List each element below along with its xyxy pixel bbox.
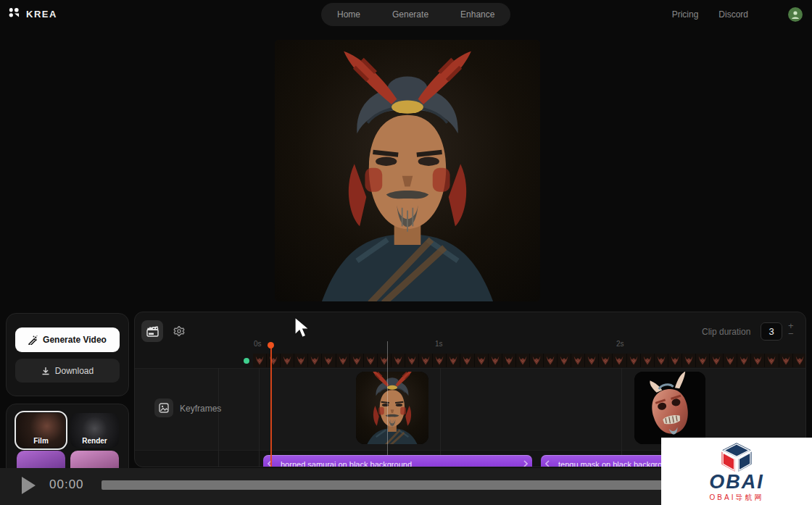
watermark-title: OBAI: [709, 472, 764, 491]
filmstrip-frame: [627, 354, 641, 367]
clip-mode-button[interactable]: [141, 320, 163, 342]
filmstrip-frame: [516, 354, 530, 367]
watermark-subtitle: OBAI导航网: [710, 493, 764, 503]
filmstrip-frame: [460, 354, 474, 367]
grid-line: [440, 368, 441, 467]
download-icon: [41, 367, 50, 375]
prompt-clip-2-text: tengu mask on black background: [541, 460, 675, 467]
filmstrip-frame: [696, 354, 710, 367]
filmstrip-frame: [253, 354, 267, 367]
keyframes-icon-button[interactable]: [154, 398, 173, 417]
filmstrip-frame: [405, 354, 419, 367]
keyframe-thumb-samurai[interactable]: [356, 372, 428, 444]
filmstrip-frame: [544, 354, 558, 367]
style-thumb-film[interactable]: Film: [17, 413, 65, 448]
grid-line: [621, 368, 622, 467]
prompt-clip-1[interactable]: horned samurai on black background: [263, 455, 532, 467]
download-button[interactable]: Download: [15, 359, 120, 383]
filmstrip-frame: [765, 354, 779, 367]
main-nav: Home Generate Enhance: [321, 3, 510, 26]
playback-time: 00:00: [49, 477, 84, 492]
top-bar: KREA Home Generate Enhance Pricing Disco…: [0, 0, 812, 29]
filmstrip-frame: [793, 354, 806, 367]
filmstrip-frame: [585, 354, 599, 367]
wand-icon: [28, 335, 38, 345]
filmstrip-frame: [530, 354, 544, 367]
style-thumb-render[interactable]: Render: [70, 413, 119, 448]
ruler-0s: 0s: [254, 340, 262, 348]
filmstrip-frame: [336, 354, 350, 367]
player-play-button[interactable]: [20, 476, 36, 497]
brand[interactable]: KREA: [9, 7, 57, 21]
filmstrip-frame: [599, 354, 613, 367]
filmstrip-frame: [779, 354, 793, 367]
clip-duration-input[interactable]: 3: [761, 322, 782, 341]
krea-logo-icon: [9, 7, 20, 21]
generate-video-label: Generate Video: [43, 335, 107, 345]
filmstrip-frame: [378, 354, 392, 367]
grid-line: [259, 368, 260, 467]
clip-duration-stepper: + −: [785, 322, 797, 338]
filmstrip-frame: [392, 354, 405, 367]
keyframes-label: Keyframes: [180, 404, 221, 414]
user-icon: [790, 9, 800, 20]
user-avatar[interactable]: [788, 7, 803, 22]
clapperboard-icon: [146, 326, 159, 337]
top-links: Pricing Discord: [672, 0, 748, 29]
preview-image-horned-samurai: [275, 40, 540, 301]
filmstrip-frame: [655, 354, 668, 367]
filmstrip-frame: [724, 354, 737, 367]
clip-trim-left-icon[interactable]: [545, 460, 550, 467]
ruler-1s: 1s: [435, 340, 443, 348]
filmstrip-frame: [322, 354, 336, 367]
grid-line: [135, 368, 806, 369]
filmstrip-frame: [364, 354, 378, 367]
pricing-link[interactable]: Pricing: [672, 9, 699, 20]
image-icon: [159, 403, 169, 413]
filmstrip-frame: [613, 354, 626, 367]
hover-scrub-line: [387, 341, 388, 467]
grid-line: [218, 368, 219, 467]
style-label-film: Film: [17, 437, 65, 445]
filmstrip-frame: [571, 354, 585, 367]
filmstrip-frame: [710, 354, 724, 367]
filmstrip-frame: [682, 354, 696, 367]
generate-video-button[interactable]: Generate Video: [15, 327, 120, 352]
filmstrip-frame: [737, 354, 751, 367]
filmstrip[interactable]: [253, 354, 806, 367]
krea-video-app: KREA Home Generate Enhance Pricing Disco…: [0, 0, 812, 505]
player-play-icon: [20, 476, 36, 495]
discord-link[interactable]: Discord: [718, 9, 748, 20]
filmstrip-frame: [447, 354, 460, 367]
cube-logo-icon: [720, 442, 753, 472]
gear-icon: [173, 325, 186, 338]
filmstrip-frame: [668, 354, 682, 367]
keyframe-green-dot: [244, 358, 249, 364]
filmstrip-frame: [558, 354, 571, 367]
keyframe-thumb-tengu-mask[interactable]: [634, 372, 705, 444]
nav-generate[interactable]: Generate: [392, 9, 428, 20]
nav-enhance[interactable]: Enhance: [460, 9, 494, 20]
filmstrip-frame: [641, 354, 655, 367]
filmstrip-frame: [294, 354, 308, 367]
duration-decrease-button[interactable]: −: [785, 330, 797, 338]
filmstrip-frame: [502, 354, 516, 367]
nav-home[interactable]: Home: [337, 9, 360, 20]
filmstrip-frame: [489, 354, 502, 367]
settings-button[interactable]: [168, 320, 190, 342]
style-label-render: Render: [70, 437, 119, 445]
clip-duration-label: Clip duration: [702, 327, 750, 337]
filmstrip-frame: [751, 354, 765, 367]
prompt-clip-1-text: horned samurai on black background: [263, 460, 412, 467]
ruler-2s: 2s: [616, 340, 624, 348]
clip-trim-right-icon[interactable]: [523, 460, 528, 467]
filmstrip-frame: [475, 354, 489, 367]
filmstrip-frame: [433, 354, 447, 367]
download-label: Download: [55, 366, 94, 376]
playhead-handle[interactable]: [268, 342, 274, 349]
filmstrip-frame: [308, 354, 322, 367]
action-panel: Generate Video Download: [6, 313, 129, 396]
filmstrip-frame: [419, 354, 433, 367]
filmstrip-frame: [350, 354, 364, 367]
brand-name: KREA: [26, 9, 57, 20]
